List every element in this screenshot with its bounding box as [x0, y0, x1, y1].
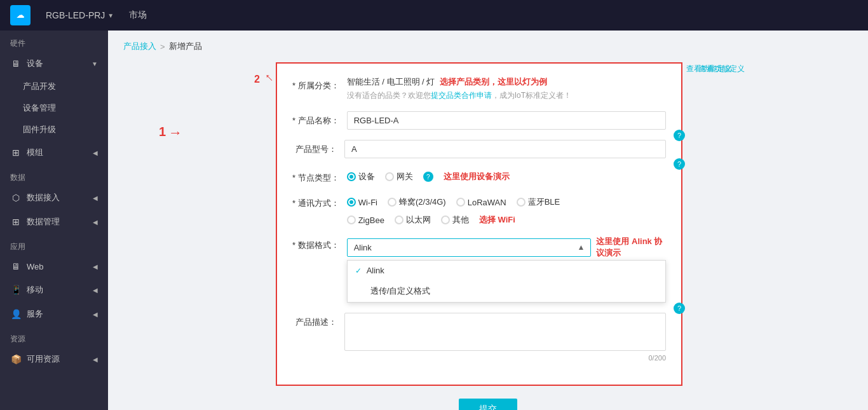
main-layout: 硬件 🖥 设备 ▼ 产品开发 设备管理 固件升级 ⊞ 模组 ◀ 数据 ⬡ 数据接…	[0, 31, 868, 410]
product-desc-textarea-wrapper: 0/200	[344, 313, 666, 362]
sidebar-item-firmware[interactable]: 固件升级	[0, 119, 108, 140]
radio-gateway[interactable]: 网关	[385, 171, 413, 182]
radio-cellular-circle	[388, 198, 397, 207]
chevron-left-icon4: ◀	[93, 263, 98, 270]
radio-ethernet[interactable]: 以太网	[395, 214, 431, 226]
dropdown-item-alink[interactable]: ✓ Alink	[348, 261, 665, 280]
product-name-help-icon[interactable]: ?	[674, 130, 685, 141]
sidebar: 硬件 🖥 设备 ▼ 产品开发 设备管理 固件升级 ⊞ 模组 ◀ 数据 ⬡ 数据接…	[0, 31, 108, 410]
data-input-icon: ⬡	[10, 193, 22, 203]
category-annotation: 选择产品类别，这里以灯为例	[440, 76, 547, 88]
char-count: 0/200	[344, 354, 666, 362]
navbar-project-selector[interactable]: RGB-LED-PRJ ▼	[46, 10, 114, 20]
sidebar-item-data-mgmt[interactable]: ⊞ 数据管理 ◀	[0, 210, 108, 234]
node-type-help-icon[interactable]: ?	[423, 172, 433, 182]
project-chevron-icon: ▼	[107, 12, 114, 19]
data-format-value-area: Alink透传/自定义格式 ▲ 这里使用 Alink 协议演示 ✓ Alink	[347, 236, 666, 303]
comm-label: * 通讯方式：	[292, 194, 339, 209]
radio-cellular[interactable]: 蜂窝(2/3/4G)	[388, 196, 446, 208]
dropdown-item-custom[interactable]: 透传/自定义格式	[348, 280, 665, 302]
navbar: ☁ RGB-LED-PRJ ▼ 市场	[0, 0, 868, 31]
product-desc-row: 产品描述： 0/200	[292, 313, 666, 362]
radio-device[interactable]: 设备	[347, 171, 375, 182]
data-format-label: * 数据格式：	[292, 236, 339, 251]
sidebar-item-product-dev[interactable]: 产品开发	[0, 76, 108, 97]
data-format-dropdown: ✓ Alink 透传/自定义格式	[347, 260, 666, 303]
sidebar-item-service[interactable]: 👤 服务 ◀	[0, 302, 108, 326]
product-model-help-icon[interactable]: ?	[674, 158, 685, 170]
sidebar-section-data: 数据	[0, 165, 108, 186]
submit-category-link[interactable]: 提交品类合作申请	[431, 91, 492, 100]
submit-button[interactable]: 提交	[459, 399, 517, 410]
node-type-row: * 节点类型： 设备 网关 ? 这里使用设备演示	[292, 168, 666, 184]
comm-radio-group-2: ZigBee 以太网 其他 选择 WiFi	[347, 212, 666, 226]
no-category-hint: 没有适合的品类？欢迎您提交品类合作申请，成为IoT标准定义者！	[347, 90, 666, 101]
product-desc-textarea[interactable]	[344, 313, 666, 351]
sidebar-item-device[interactable]: 🖥 设备 ▼	[0, 51, 108, 76]
sidebar-section-resource: 资源	[0, 326, 108, 347]
breadcrumb: 产品接入 > 新增产品	[123, 41, 853, 52]
chevron-left-icon3: ◀	[93, 219, 98, 226]
sidebar-item-device-mgmt[interactable]: 设备管理	[0, 97, 108, 119]
radio-zigbee[interactable]: ZigBee	[347, 214, 384, 226]
category-label: * 所属分类：	[292, 76, 339, 92]
resource-icon: 📦	[10, 354, 22, 364]
annotation-2: 2	[254, 74, 260, 85]
radio-gateway-circle	[385, 172, 394, 181]
chevron-left-icon6: ◀	[93, 311, 98, 318]
comm-value-area: Wi-Fi 蜂窝(2/3/4G) LoRaWAN 蓝牙BLE	[347, 194, 666, 226]
breadcrumb-separator: >	[160, 42, 165, 51]
chevron-left-icon2: ◀	[93, 195, 98, 202]
product-model-row: 产品型号： ?	[292, 140, 666, 158]
data-format-annotation: 这里使用 Alink 协议演示	[596, 236, 666, 259]
chevron-left-icon: ◀	[93, 149, 98, 156]
radio-wifi[interactable]: Wi-Fi	[347, 196, 377, 208]
annotation-1: 1	[159, 125, 166, 139]
web-icon: 🖥	[10, 261, 22, 271]
sidebar-item-module[interactable]: ⊞ 模组 ◀	[0, 140, 108, 165]
comm-radio-group: Wi-Fi 蜂窝(2/3/4G) LoRaWAN 蓝牙BLE	[347, 194, 666, 208]
navbar-market-link[interactable]: 市场	[129, 10, 147, 21]
radio-wifi-circle	[347, 198, 356, 207]
mobile-icon: 📱	[10, 285, 22, 295]
content-area: 产品接入 > 新增产品 2 ↑ ↑ 1 → 3 查看功能定义 * 所属分类： 智…	[108, 31, 868, 410]
annotation-arrow-1: →	[168, 125, 182, 141]
product-desc-label: 产品描述：	[292, 313, 337, 328]
comm-annotation: 选择 WiFi	[479, 214, 515, 226]
node-type-annotation: 这里使用设备演示	[444, 171, 510, 182]
radio-lorawan-circle	[456, 198, 465, 207]
sidebar-item-available-res[interactable]: 📦 可用资源 ◀	[0, 347, 108, 371]
radio-lorawan[interactable]: LoRaWAN	[456, 196, 506, 208]
product-model-input[interactable]	[344, 140, 666, 158]
breadcrumb-link[interactable]: 产品接入	[123, 41, 156, 52]
chevron-down-icon: ▼	[92, 60, 98, 67]
product-model-label: 产品型号：	[292, 140, 337, 155]
sidebar-section-app: 应用	[0, 234, 108, 255]
radio-other-circle	[441, 215, 450, 224]
product-name-input[interactable]	[347, 111, 666, 130]
data-mgmt-icon: ⊞	[10, 217, 22, 227]
data-format-help-icon[interactable]: ?	[674, 303, 685, 314]
check-icon: ✓	[355, 266, 362, 275]
radio-other[interactable]: 其他	[441, 214, 469, 226]
data-format-select[interactable]: Alink透传/自定义格式	[347, 238, 592, 257]
category-text: 智能生活 / 电工照明 / 灯	[347, 76, 435, 88]
sidebar-item-mobile[interactable]: 📱 移动 ◀	[0, 278, 108, 302]
node-type-label: * 节点类型：	[292, 168, 339, 184]
func-def-link[interactable]: 查看功能定义	[686, 64, 732, 74]
data-format-row: * 数据格式： Alink透传/自定义格式 ▲ 这里使用 Alink 协议演示 …	[292, 236, 666, 303]
product-name-row: * 产品名称： ?	[292, 111, 666, 130]
sidebar-item-web[interactable]: 🖥 Web ◀	[0, 255, 108, 278]
navbar-logo[interactable]: ☁	[10, 5, 31, 25]
category-row: * 所属分类： 智能生活 / 电工照明 / 灯 选择产品类别，这里以灯为例 没有…	[292, 76, 666, 101]
chevron-left-icon7: ◀	[93, 356, 98, 363]
radio-ble[interactable]: 蓝牙BLE	[517, 196, 560, 208]
radio-ble-circle	[517, 198, 526, 207]
product-name-value-area: ?	[347, 111, 666, 130]
annotation-arrow-2a: ↑	[261, 70, 276, 85]
product-name-label: * 产品名称：	[292, 111, 339, 126]
product-model-value-area: ?	[344, 140, 666, 158]
data-format-select-wrapper: Alink透传/自定义格式 ▲	[347, 238, 592, 257]
sidebar-item-data-input[interactable]: ⬡ 数据接入 ◀	[0, 186, 108, 210]
product-desc-value-area: 0/200	[344, 313, 666, 362]
